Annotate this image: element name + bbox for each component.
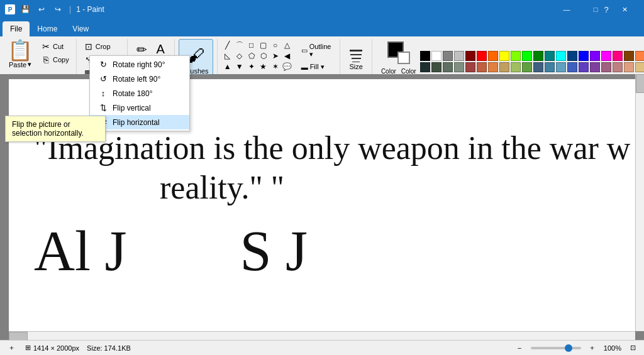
- color-b17[interactable]: [601, 62, 611, 72]
- close-button[interactable]: ✕: [610, 0, 639, 19]
- tab-view[interactable]: View: [65, 21, 96, 36]
- color2-swatch[interactable]: [397, 52, 410, 64]
- color-b16[interactable]: [590, 62, 600, 72]
- color-white[interactable]: [431, 51, 441, 61]
- color-b20[interactable]: [635, 62, 644, 72]
- minimize-button[interactable]: —: [552, 0, 581, 19]
- color-b4[interactable]: [454, 62, 464, 72]
- color-purple1[interactable]: [590, 51, 600, 61]
- shape-6point[interactable]: ✶: [270, 62, 280, 72]
- color-navy[interactable]: [567, 51, 577, 61]
- color-b5[interactable]: [465, 62, 475, 72]
- shape-triangle[interactable]: △: [282, 40, 292, 50]
- color-b10[interactable]: [522, 62, 532, 72]
- rotate-left-90-item[interactable]: ↺ Rotate left 90°: [90, 72, 189, 86]
- size-label: Size: [349, 63, 362, 70]
- outline-label: Outline ▾: [309, 43, 331, 58]
- shape-4point[interactable]: ✦: [247, 62, 257, 72]
- zoom-out-btn[interactable]: −: [513, 342, 526, 354]
- shape-5point[interactable]: ★: [258, 62, 269, 72]
- zoom-thumb[interactable]: [565, 344, 572, 352]
- shape-arrow-down[interactable]: ▼: [235, 62, 245, 72]
- shape-arrow-up[interactable]: ▲: [223, 62, 233, 72]
- shape-diamond[interactable]: ◇: [235, 51, 245, 61]
- color-yellow[interactable]: [499, 51, 509, 61]
- shape-arrow-right[interactable]: ➤: [270, 51, 280, 61]
- horizontal-scrollbar[interactable]: [9, 331, 635, 340]
- quote-line3: Al JS J: [34, 219, 610, 283]
- color-pink[interactable]: [613, 51, 623, 61]
- color-b3[interactable]: [443, 62, 453, 72]
- shape-hexagon[interactable]: ⬡: [258, 51, 269, 61]
- color-b12[interactable]: [545, 62, 555, 72]
- color-lime[interactable]: [511, 51, 521, 61]
- help-icon[interactable]: ?: [600, 3, 613, 16]
- copy-button[interactable]: ⎘ Copy: [38, 53, 72, 66]
- color-teal[interactable]: [545, 51, 555, 61]
- color-b8[interactable]: [499, 62, 509, 72]
- outline-button[interactable]: ▭ Outline ▾: [299, 41, 334, 60]
- color-palette: [420, 51, 644, 72]
- color-b18[interactable]: [613, 62, 623, 72]
- paste-button[interactable]: 📋 Paste ▾: [4, 39, 36, 70]
- horizontal-scrollbar-thumb[interactable]: [9, 332, 28, 340]
- color-magenta[interactable]: [601, 51, 611, 61]
- shape-ellipse[interactable]: ○: [270, 40, 280, 50]
- undo-quick-btn[interactable]: ↩: [35, 3, 48, 16]
- color-b2[interactable]: [431, 62, 441, 72]
- color-b1[interactable]: [420, 62, 430, 72]
- save-quick-btn[interactable]: 💾: [19, 3, 31, 16]
- color-brown[interactable]: [624, 51, 634, 61]
- size-line-3: [352, 58, 361, 59]
- color-b9[interactable]: [511, 62, 521, 72]
- color-b14[interactable]: [567, 62, 577, 72]
- shape-arrow-left[interactable]: ◀: [282, 51, 292, 61]
- color-b15[interactable]: [579, 62, 589, 72]
- color-blue[interactable]: [579, 51, 589, 61]
- zoom-level-text: 100%: [604, 344, 621, 352]
- color-salmon[interactable]: [635, 51, 644, 61]
- tab-home[interactable]: Home: [30, 21, 65, 36]
- status-right: − ＋ 100% ⊡: [513, 342, 639, 354]
- color-black[interactable]: [420, 51, 430, 61]
- rotate-right-90-item[interactable]: ↻ Rotate right 90°: [90, 57, 189, 72]
- color-gray[interactable]: [443, 51, 453, 61]
- shape-right-tri[interactable]: ◺: [223, 51, 233, 61]
- paste-label: Paste: [9, 61, 26, 68]
- color-b19[interactable]: [624, 62, 634, 72]
- zoom-in-btn[interactable]: ＋: [586, 342, 599, 354]
- redo-quick-btn[interactable]: ↪: [52, 3, 64, 16]
- size-line-4: [352, 62, 360, 62]
- color-darkgreen[interactable]: [533, 51, 543, 61]
- rotate-180-item[interactable]: ↕ Rotate 180°: [90, 86, 189, 101]
- color-maroon[interactable]: [465, 51, 475, 61]
- size-line-2: [350, 54, 362, 55]
- new-canvas-btn[interactable]: ＋: [5, 342, 18, 354]
- tab-file[interactable]: File: [3, 21, 30, 36]
- color-silver[interactable]: [454, 51, 464, 61]
- shape-rect[interactable]: □: [247, 40, 257, 50]
- crop-button[interactable]: ⊡ Crop: [80, 40, 124, 53]
- shape-round-rect[interactable]: ▢: [258, 40, 269, 50]
- color-b6[interactable]: [477, 62, 487, 72]
- flip-vertical-item[interactable]: ⇅ Flip vertical: [90, 101, 189, 115]
- shape-callout[interactable]: 💬: [282, 62, 292, 72]
- cut-label: Cut: [53, 43, 64, 50]
- clipboard-small-btns: ✂ Cut ⎘ Copy: [38, 39, 72, 66]
- shape-line[interactable]: ╱: [223, 40, 233, 50]
- cut-button[interactable]: ✂ Cut: [38, 40, 72, 53]
- fill-button[interactable]: ▬ Fill ▾: [299, 62, 334, 72]
- vertical-scrollbar-thumb[interactable]: [636, 74, 644, 93]
- zoom-slider[interactable]: [531, 347, 581, 349]
- vertical-scrollbar[interactable]: [635, 74, 644, 331]
- color-orange[interactable]: [488, 51, 498, 61]
- fit-window-btn[interactable]: ⊡: [626, 342, 639, 354]
- color-b11[interactable]: [533, 62, 543, 72]
- color-b13[interactable]: [556, 62, 566, 72]
- shape-pentagon[interactable]: ⬠: [247, 51, 257, 61]
- color-cyan[interactable]: [556, 51, 566, 61]
- shape-curve[interactable]: ⌒: [235, 40, 245, 50]
- color-b7[interactable]: [488, 62, 498, 72]
- color-green[interactable]: [522, 51, 532, 61]
- color-red[interactable]: [477, 51, 487, 61]
